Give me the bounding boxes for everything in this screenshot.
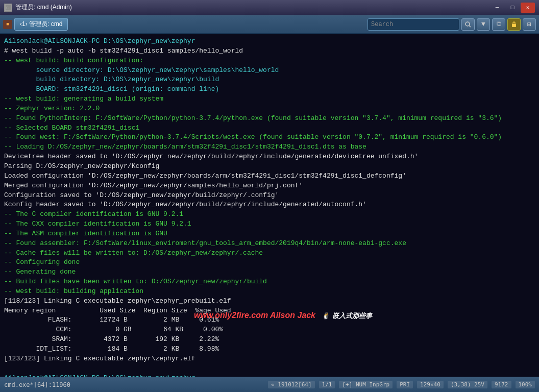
svg-text:C: C <box>6 6 9 10</box>
terminal-line: -- The ASM compiler identification is GN… <box>4 229 535 239</box>
terminal-line: source directory: D:\OS\zephyr_new\zephy… <box>4 66 535 76</box>
terminal-line: FLASH: 12724 B 2 MB 0.61% <box>4 315 535 325</box>
title-bar-left: C 管理员: cmd (Admin) <box>4 3 72 12</box>
tab-label[interactable]: ‹1› 管理员: cmd <box>14 18 68 31</box>
terminal-line: AilsonJack@AILSONJACK-PC D:\OS\zephyr_ne… <box>4 374 535 377</box>
status-keys: [+] NUM InpGrp <box>339 381 393 388</box>
settings-button[interactable]: ⊞ <box>523 18 536 31</box>
terminal-line: -- west build: build configuration: <box>4 56 535 66</box>
status-zoom: 100% <box>516 381 535 388</box>
status-mem: 9172 <box>492 381 511 388</box>
terminal-line: Memory region Used Size Region Size %age… <box>4 306 535 316</box>
svg-rect-4 <box>512 24 516 27</box>
terminal-line: BOARD: stm32f429i_disc1 (origin: command… <box>4 85 535 94</box>
tab-icon: ■ <box>3 20 12 29</box>
svg-line-3 <box>469 26 471 27</box>
status-process: cmd.exe*[64]:11960 <box>4 381 266 388</box>
terminal-line: -- Generating done <box>4 267 535 277</box>
window-title: 管理员: cmd (Admin) <box>15 3 72 12</box>
toolbar: ■ ‹1› 管理员: cmd Search ▼ ⧉ ⊞ <box>0 15 539 34</box>
terminal-line: [123/123] Linking C executable zephyr\ze… <box>4 354 535 364</box>
terminal-line: -- Zephyr version: 2.2.0 <box>4 104 535 114</box>
minimize-button[interactable]: ─ <box>490 3 504 13</box>
terminal-line: -- Found west: F:/SoftWare/Python/python… <box>4 133 535 142</box>
terminal-line: -- Loading D:/OS/zephyr_new/zephyr/board… <box>4 142 535 152</box>
terminal-line: -- Selected BOARD stm32f429i_disc1 <box>4 124 535 133</box>
terminal-line: -- west build: building application <box>4 287 535 297</box>
status-pos: (3,38) 25V <box>448 381 487 388</box>
status-bar: cmd.exe*[64]:11960 « 191012[64] 1/1 [+] … <box>0 377 539 392</box>
split-button[interactable]: ⧉ <box>492 18 505 31</box>
status-layout: 1/1 <box>319 381 335 388</box>
terminal-area: AilsonJack@AILSONJACK-PC D:\OS\zephyr_ne… <box>0 34 539 377</box>
terminal-line: IDT_LIST: 184 B 2 KB 8.98% <box>4 345 535 354</box>
status-pri: PRI <box>397 381 413 388</box>
terminal-line: -- Configuring done <box>4 258 535 267</box>
terminal-line: Configuration saved to 'D:/OS/zephyr_new… <box>4 191 535 201</box>
terminal-line: Merged configuration 'D:/OS/zephyr_new/z… <box>4 181 535 191</box>
terminal-line: -- The C compiler identification is GNU … <box>4 210 535 219</box>
status-size: 129×40 <box>417 381 444 388</box>
terminal-line: build directory: D:\OS\zephyr_new\zephyr… <box>4 75 535 85</box>
search-button[interactable] <box>461 18 475 31</box>
terminal-line: Parsing D:/OS/zephyr_new/zephyr/Kconfig <box>4 162 535 172</box>
status-right: « 191012[64] 1/1 [+] NUM InpGrp PRI 129×… <box>268 381 535 388</box>
terminal-line: AilsonJack@AILSONJACK-PC D:\OS\zephyr_ne… <box>4 37 535 46</box>
terminal-line: Kconfig header saved to 'D:/OS/zephyr_ne… <box>4 200 535 210</box>
title-bar: C 管理员: cmd (Admin) ─ □ ✕ <box>0 0 539 15</box>
terminal-line: CCM: 0 GB 64 KB 0.00% <box>4 325 535 335</box>
terminal-line: [118/123] Linking C executable zephyr\ze… <box>4 297 535 306</box>
terminal-line: SRAM: 4372 B 192 KB 2.22% <box>4 335 535 345</box>
terminal-line: # west build -p auto -b stm32f429i_disc1… <box>4 46 535 56</box>
terminal-line <box>4 364 535 374</box>
terminal-line: -- The CXX compiler identification is GN… <box>4 219 535 229</box>
terminal-content: AilsonJack@AILSONJACK-PC D:\OS\zephyr_ne… <box>4 37 535 377</box>
terminal-line: Loaded configuration 'D:/OS/zephyr_new/z… <box>4 172 535 181</box>
title-controls: ─ □ ✕ <box>490 3 535 13</box>
maximize-button[interactable]: □ <box>505 3 520 13</box>
terminal-line: -- Cache files will be written to: D:/OS… <box>4 249 535 258</box>
status-session: « 191012[64] <box>268 381 314 388</box>
close-button[interactable]: ✕ <box>521 3 535 13</box>
terminal-line: -- Build files have been written to: D:/… <box>4 277 535 287</box>
search-box[interactable]: Search <box>368 18 459 31</box>
tab-area: ■ ‹1› 管理员: cmd <box>3 18 68 31</box>
terminal-line: -- west build: generating a build system <box>4 94 535 104</box>
search-area: Search ▼ ⧉ ⊞ <box>368 18 536 31</box>
terminal-line: -- Found PythonInterp: F:/SoftWare/Pytho… <box>4 114 535 124</box>
svg-point-2 <box>465 22 470 26</box>
terminal-line: Devicetree header saved to 'D:/OS/zephyr… <box>4 152 535 162</box>
terminal-line: -- Found assembler: F:/SoftWare/linux_en… <box>4 239 535 249</box>
dropdown-button[interactable]: ▼ <box>477 18 490 31</box>
lock-button[interactable] <box>507 18 521 31</box>
app-icon: C <box>4 4 12 12</box>
